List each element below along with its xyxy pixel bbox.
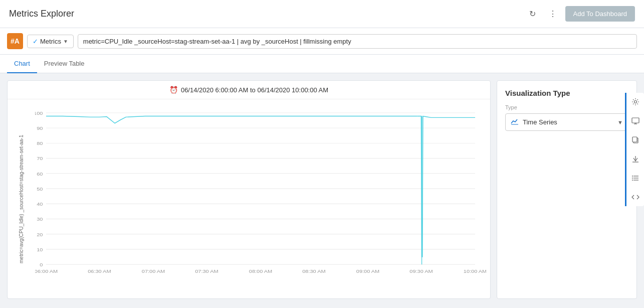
svg-text:80: 80 — [37, 141, 43, 146]
svg-point-45 — [632, 178, 633, 179]
chart-header: ⏰ 06/14/2020 6:00:00 AM to 06/14/2020 10… — [8, 81, 490, 99]
svg-text:09:30 AM: 09:30 AM — [409, 269, 433, 274]
metrics-label: Metrics — [40, 38, 61, 45]
svg-text:08:30 AM: 08:30 AM — [302, 269, 325, 274]
time-range: 06/14/2020 6:00:00 AM to 06/14/2020 10:0… — [181, 86, 328, 94]
type-selector-label: Time Series — [523, 118, 557, 126]
more-options-button[interactable]: ⋮ — [545, 7, 560, 22]
svg-rect-38 — [632, 137, 637, 142]
svg-text:10:00 AM: 10:00 AM — [464, 269, 486, 274]
svg-text:07:00 AM: 07:00 AM — [142, 269, 165, 274]
clock-icon: ⏰ — [169, 86, 178, 94]
svg-rect-34 — [632, 118, 639, 123]
visualization-panel: Visualization Type Type Time Series ▼ — [497, 80, 637, 299]
svg-text:60: 60 — [37, 171, 43, 176]
svg-text:70: 70 — [37, 156, 43, 161]
svg-point-44 — [632, 176, 633, 177]
sidebar-code-button[interactable] — [629, 191, 641, 203]
svg-text:50: 50 — [37, 187, 43, 192]
y-axis-label: metric=avg(CPU_Idle) _sourceHost=stag-st… — [8, 99, 35, 298]
page-title: Metrics Explorer — [9, 9, 74, 19]
chart-body: metric=avg(CPU_Idle) _sourceHost=stag-st… — [8, 99, 490, 298]
query-row: #A ✓ Metrics ▼ — [0, 28, 644, 55]
type-selector-chevron-icon: ▼ — [617, 119, 623, 125]
header: Metrics Explorer ↻ ⋮ Add To Dashboard — [0, 0, 644, 28]
query-label: #A — [7, 33, 23, 49]
sidebar-settings-button[interactable] — [629, 96, 641, 108]
type-selector[interactable]: Time Series ▼ — [505, 113, 628, 131]
metrics-chevron-icon: ▼ — [63, 39, 68, 44]
svg-text:90: 90 — [37, 126, 43, 131]
sidebar-list-button[interactable] — [629, 172, 641, 184]
svg-text:07:30 AM: 07:30 AM — [195, 269, 218, 274]
time-series-icon — [511, 117, 519, 127]
header-actions: ↻ ⋮ Add To Dashboard — [525, 6, 635, 22]
svg-text:0: 0 — [40, 262, 43, 267]
check-icon: ✓ — [33, 38, 38, 45]
chart-area: 100 90 80 70 60 50 40 30 20 10 0 06:00 A… — [35, 99, 490, 298]
svg-point-33 — [634, 101, 636, 103]
tab-preview-table[interactable]: Preview Table — [37, 55, 92, 73]
metrics-selector[interactable]: ✓ Metrics ▼ — [27, 35, 74, 48]
svg-text:06:00 AM: 06:00 AM — [35, 269, 58, 274]
svg-text:09:00 AM: 09:00 AM — [356, 269, 379, 274]
main-content: ⏰ 06/14/2020 6:00:00 AM to 06/14/2020 10… — [0, 73, 644, 306]
chart-panel: ⏰ 06/14/2020 6:00:00 AM to 06/14/2020 10… — [7, 80, 491, 299]
refresh-button[interactable]: ↻ — [525, 7, 540, 22]
type-selector-left: Time Series — [511, 117, 557, 127]
sidebar-copy-button[interactable] — [629, 134, 641, 146]
svg-text:40: 40 — [37, 202, 43, 207]
query-input[interactable] — [78, 34, 637, 49]
tabs-row: Chart Preview Table — [0, 55, 644, 73]
add-to-dashboard-button[interactable]: Add To Dashboard — [565, 6, 635, 22]
chart-svg: 100 90 80 70 60 50 40 30 20 10 0 06:00 A… — [35, 103, 486, 283]
sidebar-download-button[interactable] — [629, 153, 641, 165]
sidebar-monitor-button[interactable] — [629, 115, 641, 127]
svg-text:20: 20 — [37, 232, 43, 237]
svg-text:06:30 AM: 06:30 AM — [88, 269, 111, 274]
svg-text:10: 10 — [37, 247, 43, 252]
svg-point-46 — [632, 180, 633, 181]
svg-text:100: 100 — [35, 110, 43, 115]
svg-text:30: 30 — [37, 217, 43, 222]
type-label: Type — [505, 104, 628, 110]
visualization-panel-title: Visualization Type — [505, 89, 628, 97]
svg-text:08:00 AM: 08:00 AM — [249, 269, 272, 274]
tab-chart[interactable]: Chart — [7, 55, 37, 73]
